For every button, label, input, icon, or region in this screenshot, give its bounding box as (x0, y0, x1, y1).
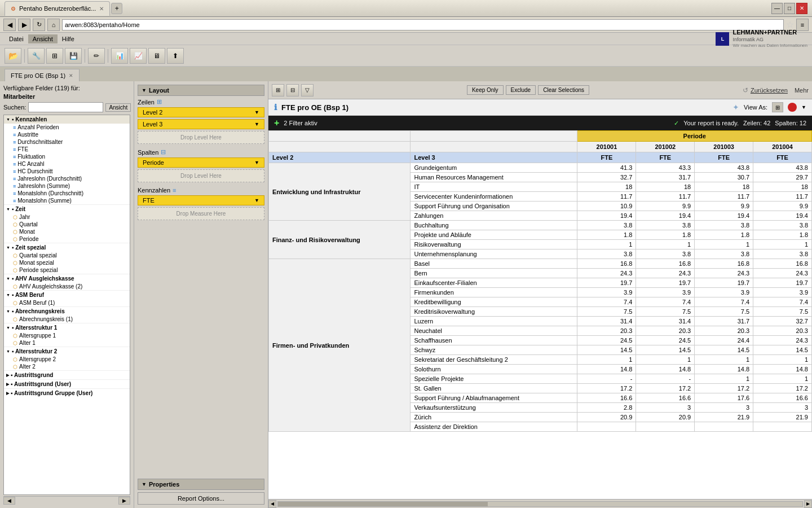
item-monat[interactable]: ⬡Monat (4, 228, 130, 235)
item-abrechnungskreis[interactable]: ⬡Abrechnungskreis (1) (4, 316, 130, 323)
forward-btn[interactable]: ▶ (18, 19, 30, 31)
item-monatslohn-durchschnitt[interactable]: ≡Monatslohn (Durchschnitt) (4, 190, 130, 197)
home-btn[interactable]: ⌂ (47, 19, 60, 31)
item-jahreslohn-summe[interactable]: ≡Jahreslohn (Summe) (4, 182, 130, 190)
item-alter1[interactable]: ⬡Alter 1 (4, 339, 130, 347)
view-dropdown-arrow[interactable]: ▼ (801, 104, 806, 110)
level2-arrow[interactable]: ▼ (254, 110, 259, 115)
drop-level-box1[interactable]: Drop Level Here (138, 131, 264, 144)
monitor-btn[interactable]: 🖥 (148, 48, 165, 64)
item-periode[interactable]: ⬡Periode (4, 235, 130, 243)
group-ahv-header[interactable]: ▼▪ AHV Ausgleichskasse (4, 274, 130, 283)
item-periode-spezial[interactable]: ⬡Periode spezial (4, 266, 130, 274)
upload-btn[interactable]: ⬆ (167, 48, 184, 64)
item-fte[interactable]: ≡FTE (4, 146, 130, 153)
edit-btn[interactable]: ✏ (88, 48, 105, 64)
item-hc-anzahl[interactable]: ≡HC Anzahl (4, 160, 130, 168)
item-fluktuation[interactable]: ≡Fluktuation (4, 153, 130, 160)
table-btn[interactable]: ⊞ (46, 48, 63, 64)
group-altersstruktur2-header[interactable]: ▼▪ Altersstruktur 2 (4, 347, 130, 356)
menu-ansicht[interactable]: Ansicht (28, 34, 58, 43)
item-alter2[interactable]: ⬡Alter 2 (4, 363, 130, 370)
level3-pill[interactable]: Level 3 ▼ (138, 119, 264, 129)
scroll-left-btn[interactable]: ◀ (3, 497, 15, 505)
table-icon-btn[interactable]: ⊟ (286, 84, 299, 97)
keep-only-btn[interactable]: Keep Only (467, 85, 504, 95)
export-btn[interactable]: 📊 (111, 48, 128, 64)
item-ahv-ausgleichskasse[interactable]: ⬡AHV Ausgleichskasse (2) (4, 283, 130, 290)
item-monatslohn-summe[interactable]: ≡Monatslohn (Summe) (4, 197, 130, 204)
scroll-right-arrow[interactable]: ▶ (804, 500, 812, 508)
item-altersgruppe1[interactable]: ⬡Altersgruppe 1 (4, 332, 130, 339)
browser-tab[interactable]: ⚙ Pentaho Benutzeroberfläc... ✕ (5, 1, 110, 16)
properties-header[interactable]: ▼ Properties (138, 479, 264, 490)
search-btn[interactable]: Ansicht (105, 103, 131, 112)
exclude-btn[interactable]: Exclude (506, 85, 536, 95)
item-anzahl-perioden[interactable]: ≡Anzahl Perioden (4, 124, 130, 131)
doc-tab[interactable]: FTE pro OE (Bsp 1) ✕ (5, 69, 80, 81)
scroll-bar-thumb[interactable] (278, 502, 488, 506)
more-btn[interactable]: Mehr (795, 87, 809, 94)
maximize-btn[interactable]: □ (784, 3, 795, 14)
clear-selections-btn[interactable]: Clear Selections (538, 85, 589, 95)
item-altersgruppe2[interactable]: ⬡Altersgruppe 2 (4, 356, 130, 363)
periode-pill[interactable]: Periode ▼ (138, 157, 264, 168)
group-zeit-header[interactable]: ▼ ▪ Zeit (4, 205, 130, 213)
menu-datei[interactable]: Datei (5, 34, 28, 43)
item-asm-beruf[interactable]: ⬡ASM Beruf (1) (4, 299, 130, 306)
refresh-btn[interactable]: ↻ (33, 19, 45, 31)
report-options-btn[interactable]: Report Options... (138, 492, 264, 505)
item-hc-durschnitt[interactable]: ≡HC Durschnitt (4, 168, 130, 175)
group-altersstruktur1-header[interactable]: ▼▪ Altersstruktur 1 (4, 323, 130, 332)
layout-section-header[interactable]: ▼ Layout (138, 85, 264, 96)
group-asm-header[interactable]: ▼▪ ASM Beruf (4, 291, 130, 299)
item-austritte[interactable]: ≡Austritte (4, 131, 130, 138)
level2-pill[interactable]: Level 2 ▼ (138, 107, 264, 117)
group-kennzahlen-header[interactable]: ▼ ▪ Kennzahlen (4, 115, 130, 124)
col-level3-header: Level 3 (411, 152, 577, 163)
reset-btn[interactable]: Zurücksetzen (751, 87, 788, 94)
item-jahreslohn-durchschnitt[interactable]: ≡Jahreslohn (Durchschnitt) (4, 175, 130, 182)
search-input[interactable] (28, 102, 103, 112)
level3-label: Kreditbewilligung (411, 297, 577, 307)
chart-btn[interactable]: 📈 (130, 48, 147, 64)
level3-arrow[interactable]: ▼ (254, 121, 259, 127)
drop-level-box2[interactable]: Drop Level Here (138, 169, 264, 182)
save-btn[interactable]: 💾 (65, 48, 82, 64)
data-cell: 14.8 (753, 365, 812, 374)
doc-tab-close[interactable]: ✕ (69, 73, 73, 78)
group-austrittsgrund-user-header[interactable]: ▶▪ Austrittsgrund (User) (4, 380, 130, 388)
back-btn[interactable]: ◀ (3, 19, 16, 31)
menu-hilfe[interactable]: Hilfe (58, 34, 79, 43)
filter-plus-icon[interactable]: + (274, 118, 279, 128)
scroll-right-btn[interactable]: ▶ (118, 497, 130, 505)
red-circle-btn[interactable] (788, 103, 797, 112)
grid-icon-btn[interactable]: ⊞ (272, 84, 284, 97)
filter-icon-btn[interactable]: ▽ (301, 84, 314, 97)
config-btn[interactable]: 🔧 (28, 48, 45, 64)
item-durchschnittsalter[interactable]: ≡Durchschnittsalter (4, 138, 130, 146)
browser-tab-close[interactable]: ✕ (99, 6, 104, 12)
item-jahr[interactable]: ⬡Jahr (4, 213, 130, 221)
new-tab-btn[interactable]: + (111, 3, 122, 14)
url-input[interactable] (62, 19, 784, 30)
group-zeit-spezial-header[interactable]: ▼ ▪ Zeit spezial (4, 243, 130, 252)
table-view-btn[interactable]: ⊞ (772, 102, 783, 112)
fte-pill[interactable]: FTE ▼ (138, 195, 264, 205)
bottom-scrollbar[interactable]: ◀ ▶ (268, 499, 812, 508)
scroll-left-arrow[interactable]: ◀ (268, 500, 276, 508)
tree-container[interactable]: ▼ ▪ Kennzahlen ≡Anzahl Perioden ≡Austrit… (3, 115, 130, 495)
report-table-container[interactable]: Periode 201001 201002 201003 201004 Leve… (268, 130, 812, 499)
item-monat-spezial[interactable]: ⬡Monat spezial (4, 259, 130, 266)
minimize-btn[interactable]: — (771, 3, 783, 14)
item-quartal[interactable]: ⬡Quartal (4, 221, 130, 228)
fte-arrow[interactable]: ▼ (254, 198, 259, 203)
open-btn[interactable]: 📂 (5, 48, 21, 64)
item-quartal-spezial[interactable]: ⬡Quartal spezial (4, 252, 130, 259)
group-austrittsgrund-header[interactable]: ▶▪ Austrittsgrund (4, 371, 130, 379)
group-abrechnungskreis-header[interactable]: ▼▪ Abrechnungskreis (4, 307, 130, 316)
close-btn[interactable]: ✕ (796, 3, 807, 14)
drop-measure-box[interactable]: Drop Measure Here (138, 207, 264, 220)
group-austrittsgrund-gruppe-header[interactable]: ▶▪ Austrittsgrund Gruppe (User) (4, 389, 130, 397)
periode-arrow[interactable]: ▼ (254, 160, 259, 165)
